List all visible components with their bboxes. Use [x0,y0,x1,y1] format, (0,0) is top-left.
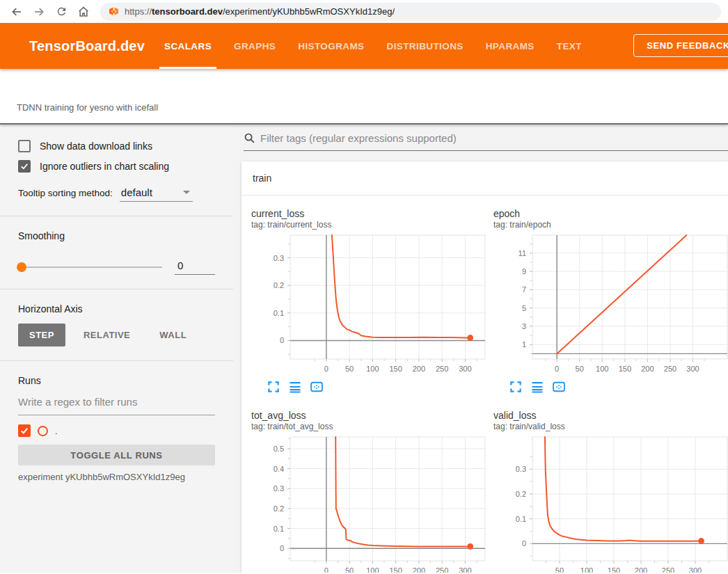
svg-text:0.2: 0.2 [274,281,284,289]
axis-wall-button[interactable]: WALL [148,324,198,346]
train-section-header[interactable]: train [242,161,728,196]
svg-text:50: 50 [555,566,564,573]
tab-scalars[interactable]: SCALARS [153,23,223,69]
svg-text:150: 150 [389,365,402,373]
tab-text[interactable]: TEXT [546,23,593,69]
scalars-main: train current_loss tag: train/current_lo… [233,125,728,573]
experiment-title-bar: TDNN training for yesno with icefall [0,69,728,125]
sidebar-divider [0,360,233,361]
ignore-outliers-checkbox[interactable]: Ignore outliers in chart scaling [18,160,215,173]
svg-text:150: 150 [619,365,631,373]
browser-chrome: https://tensorboard.dev/experiment/yKUbh… [0,0,728,23]
reload-icon[interactable] [52,3,70,21]
svg-text:300: 300 [689,566,702,573]
svg-text:200: 200 [635,566,647,573]
horizontal-axis-label: Horizontal Axis [18,303,215,314]
line-chart[interactable]: 05010015020025030000.10.20.30.40.5 [251,436,488,573]
dropdown-caret-icon [183,191,190,194]
svg-text:250: 250 [662,566,674,573]
home-icon[interactable] [74,3,93,21]
svg-text:0.5: 0.5 [274,445,284,453]
svg-text:0.2: 0.2 [516,490,526,498]
svg-text:7: 7 [522,285,526,294]
svg-text:100: 100 [366,566,379,573]
tab-histograms[interactable]: HISTOGRAMS [287,23,375,69]
chart-title: current_loss [251,207,487,220]
runs-regex-input[interactable] [18,396,215,408]
sidebar-divider [0,216,233,216]
svg-text:0: 0 [280,544,284,552]
chart-tot-avg-loss: tot_avg_loss tag: train/tot_avg_loss 050… [245,404,487,573]
svg-text:300: 300 [459,365,471,373]
url-text: https://tensorboard.dev/experiment/yKUbh… [125,6,395,17]
log-scale-icon[interactable] [288,380,302,394]
run-checkbox-checked-icon[interactable] [18,424,31,437]
experiment-id-note: experiment yKUbhb5wRmOSXYkId1z9eg [18,472,215,482]
svg-text:1: 1 [522,340,526,349]
log-scale-icon[interactable] [530,380,544,394]
smoothing-slider[interactable] [18,266,162,268]
svg-text:150: 150 [389,566,402,573]
svg-text:0.1: 0.1 [274,309,284,317]
svg-text:0: 0 [324,566,329,573]
svg-text:0: 0 [522,539,526,548]
chart-current-loss: current_loss tag: train/current_loss 050… [245,202,487,404]
charts-grid: current_loss tag: train/current_loss 050… [242,196,728,573]
svg-text:0: 0 [324,365,329,373]
chart-tag: tag: train/tot_avg_loss [251,422,487,432]
svg-text:0.4: 0.4 [274,465,284,473]
slider-thumb[interactable] [17,262,26,272]
filter-tags-row [244,132,728,151]
tensorboard-logo[interactable]: TensorBoard.dev [29,38,142,54]
fit-domain-icon[interactable] [552,380,566,394]
expand-chart-icon[interactable] [509,380,523,394]
line-chart[interactable]: 05010015020025030000.10.20.3 [251,234,488,378]
svg-text:0: 0 [555,365,559,373]
send-feedback-button[interactable]: SEND FEEDBACK [633,34,728,57]
fit-domain-icon[interactable] [310,380,324,394]
tab-graphs[interactable]: GRAPHS [223,23,287,69]
expand-chart-icon[interactable] [267,380,280,394]
app-header: TensorBoard.dev SCALARS GRAPHS HISTOGRAM… [0,23,728,69]
svg-text:100: 100 [580,566,593,573]
svg-text:300: 300 [459,566,471,573]
filter-tags-input[interactable] [260,132,728,144]
svg-text:250: 250 [664,365,676,373]
chart-title: tot_avg_loss [251,409,487,422]
line-chart[interactable]: 5010015020025030000.10.20.3 [493,436,728,573]
smoothing-label: Smoothing [18,230,215,241]
svg-text:50: 50 [345,365,354,373]
run-color-swatch-icon [38,426,48,436]
tab-distributions[interactable]: DISTRIBUTIONS [376,23,475,69]
line-chart[interactable]: 0501001502002503001357911 [493,234,728,378]
forward-icon[interactable] [30,3,48,21]
svg-text:250: 250 [436,365,448,373]
chart-valid-loss: valid_loss tag: train/valid_loss 5010015… [487,404,728,573]
svg-text:9: 9 [522,267,526,276]
axis-relative-button[interactable]: RELATIVE [72,324,141,346]
checkbox-checked-icon [18,160,31,173]
back-icon[interactable] [8,3,26,21]
chart-tag: tag: train/current_loss [251,220,487,230]
sidebar-divider [0,289,233,289]
svg-text:50: 50 [345,566,354,573]
chart-tag: tag: train/epoch [493,220,728,230]
smoothing-value-input[interactable]: 0 [175,260,215,275]
axis-step-button[interactable]: STEP [18,324,65,346]
chart-epoch: epoch tag: train/epoch 05010015020025030… [487,202,728,404]
svg-text:100: 100 [596,365,608,373]
toggle-all-runs-button[interactable]: TOGGLE ALL RUNS [18,445,215,465]
tab-hparams[interactable]: HPARAMS [475,23,546,69]
tooltip-sorting-dropdown[interactable]: default [120,186,193,202]
svg-text:200: 200 [413,566,425,573]
svg-text:300: 300 [686,365,699,373]
search-icon [244,132,255,144]
train-section-card: train current_loss tag: train/current_lo… [242,161,728,573]
runs-label: Runs [18,375,215,386]
show-download-links-checkbox[interactable]: Show data download links [18,140,215,152]
chart-tag: tag: train/valid_loss [493,422,728,432]
url-bar[interactable]: https://tensorboard.dev/experiment/yKUbh… [100,3,721,21]
svg-text:250: 250 [436,566,448,573]
svg-text:0.1: 0.1 [516,515,526,523]
tensorboard-favicon-icon [109,6,119,17]
